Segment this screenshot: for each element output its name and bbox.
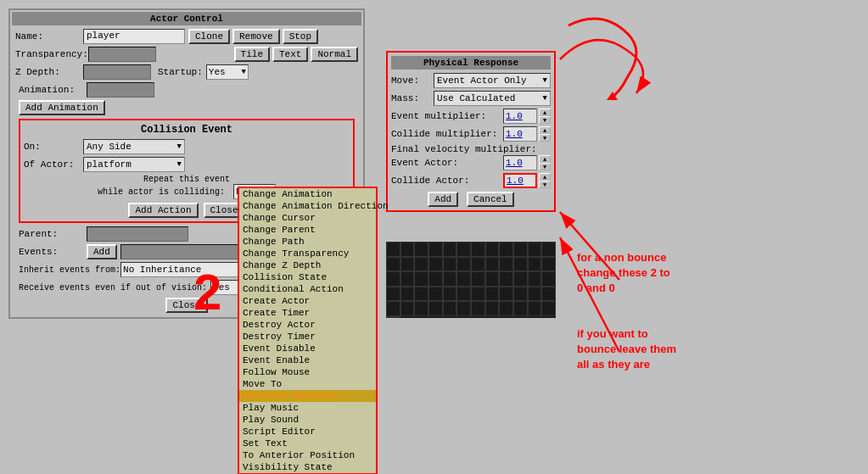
collide-actor-input[interactable]	[503, 173, 537, 188]
events-add-button[interactable]: Add	[87, 244, 117, 259]
collide-multiplier-row: Collide multiplier: ▲ ▼	[391, 126, 551, 142]
zdepth-slider[interactable]	[83, 64, 151, 80]
receive-label: Receive events even if out of vision:	[19, 283, 207, 293]
animation-display	[87, 82, 154, 98]
collide-actor-row: Collide Actor: ▲ ▼	[391, 173, 551, 188]
event-multiplier-input[interactable]	[503, 109, 537, 124]
parent-label: Parent:	[19, 229, 87, 239]
name-row: Name: player Clone Remove Stop	[12, 29, 361, 44]
collide-multiplier-control: ▲ ▼	[503, 126, 551, 142]
event-multiplier-label: Event multiplier:	[391, 111, 503, 121]
event-actor-label: Event Actor:	[391, 158, 503, 168]
action-item-play-sound[interactable]: Play Sound	[239, 414, 376, 426]
animation-row: Animation:	[15, 82, 358, 98]
action-item-create-timer[interactable]: Create Timer	[239, 307, 376, 319]
move-label: Move:	[391, 75, 434, 86]
action-item-change-animation[interactable]: Change Animation	[239, 188, 376, 200]
collide-multiplier-input[interactable]	[503, 126, 537, 142]
stop-button[interactable]: Stop	[283, 29, 318, 44]
event-actor-up[interactable]: ▲	[539, 155, 551, 163]
transparency-label: Transparency:	[15, 49, 88, 59]
action-item-follow-mouse[interactable]: Follow Mouse	[239, 366, 376, 378]
event-actor-down[interactable]: ▼	[539, 163, 551, 170]
collide-multiplier-up[interactable]: ▲	[539, 126, 551, 134]
annotation-non-bounce: for a non bouncechange these 2 to0 and 0	[577, 250, 670, 297]
event-actor-row: Event Actor: ▲ ▼	[391, 155, 551, 170]
move-row: Move: Event Actor Only ▼	[391, 73, 551, 88]
startup-dropdown[interactable]: Yes ▼	[206, 64, 249, 80]
add-animation-row: Add Animation	[15, 100, 358, 115]
mass-row: Mass: Use Calculated ▼	[391, 91, 551, 106]
collide-multiplier-down[interactable]: ▼	[539, 134, 551, 142]
physical-response-buttons: Add Cancel	[391, 192, 551, 207]
event-multiplier-row: Event multiplier: ▲ ▼	[391, 109, 551, 124]
on-label: On:	[24, 142, 83, 152]
action-item-change-parent[interactable]: Change Parent	[239, 224, 376, 236]
animation-label: Animation:	[19, 85, 87, 95]
action-item-change-transparency[interactable]: Change Transparency	[239, 248, 376, 259]
action-item-event-disable[interactable]: Event Disable	[239, 343, 376, 354]
action-item-change-cursor[interactable]: Change Cursor	[239, 212, 376, 224]
startup-label: Startup:	[158, 67, 203, 77]
action-item-physical-response[interactable]: Physical Response	[239, 390, 376, 402]
event-multiplier-down[interactable]: ▼	[539, 116, 551, 124]
annotation-bounce: if you want tobounce leave themall as th…	[577, 326, 676, 373]
mass-label: Mass:	[391, 93, 434, 103]
final-velocity-label: Final velocity multiplier:	[391, 144, 551, 154]
zdepth-label: Z Depth:	[15, 67, 83, 77]
action-item-conditional-action[interactable]: Conditional Action	[239, 283, 376, 295]
action-item-change-path[interactable]: Change Path	[239, 236, 376, 248]
normal-button[interactable]: Normal	[311, 47, 358, 62]
clone-button[interactable]: Clone	[188, 29, 230, 44]
physical-response-title: Physical Response	[391, 56, 551, 70]
event-multiplier-up[interactable]: ▲	[539, 109, 551, 116]
action-item-destroy-timer[interactable]: Destroy Timer	[239, 331, 376, 343]
text-button[interactable]: Text	[272, 47, 308, 62]
action-item-collision-state[interactable]: Collision State	[239, 271, 376, 283]
add-action-button[interactable]: Add Action	[128, 203, 198, 218]
action-item-create-actor[interactable]: Create Actor	[239, 295, 376, 307]
collide-actor-down[interactable]: ▼	[539, 181, 551, 188]
parent-display	[87, 226, 188, 242]
action-item-move-to[interactable]: Move To	[239, 378, 376, 390]
of-actor-label: Of Actor:	[24, 159, 83, 170]
event-multiplier-spinner: ▲ ▼	[539, 109, 551, 124]
svg-marker-1	[607, 92, 618, 100]
collide-actor-up[interactable]: ▲	[539, 173, 551, 181]
collide-actor-label: Collide Actor:	[391, 176, 503, 186]
action-item-destroy-actor[interactable]: Destroy Actor	[239, 319, 376, 331]
mass-dropdown[interactable]: Use Calculated ▼	[434, 91, 551, 106]
event-actor-spinner: ▲ ▼	[539, 155, 551, 170]
of-actor-dropdown[interactable]: platform ▼	[83, 157, 185, 172]
name-label: Name:	[15, 31, 83, 42]
add-animation-button[interactable]: Add Animation	[19, 100, 105, 115]
name-input[interactable]: player	[83, 29, 185, 44]
action-item-to-anterior[interactable]: To Anterior Position	[239, 449, 376, 461]
pr-cancel-button[interactable]: Cancel	[467, 192, 514, 207]
pr-add-button[interactable]: Add	[428, 192, 458, 207]
move-dropdown[interactable]: Event Actor Only ▼	[434, 73, 551, 88]
transparency-row: Transparency: Tile Text Normal	[12, 47, 361, 62]
action-item-change-animation-dir[interactable]: Change Animation Direction	[239, 200, 376, 212]
collide-actor-spinner: ▲ ▼	[539, 173, 551, 188]
remove-button[interactable]: Remove	[232, 29, 280, 44]
inherit-label: Inherit events from:	[19, 265, 120, 275]
step-number-2: 2	[193, 263, 221, 321]
event-actor-input[interactable]	[503, 155, 537, 170]
action-item-play-music[interactable]: Play Music	[239, 402, 376, 414]
action-item-change-z-depth[interactable]: Change Z Depth	[239, 259, 376, 271]
of-actor-row: Of Actor: platform ▼	[24, 157, 350, 172]
actor-control-title: Actor Control	[12, 12, 361, 25]
event-actor-control: ▲ ▼	[503, 155, 551, 170]
action-item-visibility-state[interactable]: Visibility State	[239, 461, 376, 473]
action-item-set-text[interactable]: Set Text	[239, 438, 376, 449]
zdepth-row: Z Depth: Startup: Yes ▼	[12, 64, 361, 80]
on-dropdown[interactable]: Any Side ▼	[83, 139, 185, 154]
transparency-slider[interactable]	[88, 47, 156, 62]
dark-cell	[386, 242, 400, 257]
events-label: Events:	[19, 247, 87, 257]
tile-button[interactable]: Tile	[234, 47, 270, 62]
action-item-event-enable[interactable]: Event Enable	[239, 354, 376, 366]
event-multiplier-control: ▲ ▼	[503, 109, 551, 124]
action-item-script-editor[interactable]: Script Editor	[239, 426, 376, 438]
